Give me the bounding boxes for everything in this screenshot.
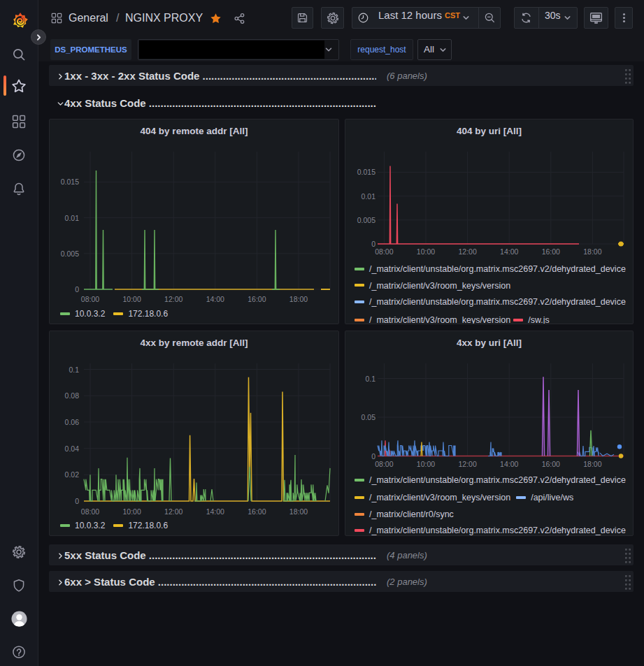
svg-text:16:00: 16:00 — [248, 295, 266, 303]
svg-text:0.05: 0.05 — [362, 413, 376, 421]
svg-text:0.01: 0.01 — [65, 214, 80, 222]
svg-text:0.1: 0.1 — [69, 365, 79, 374]
svg-text:16:00: 16:00 — [248, 507, 266, 516]
svg-text:10:00: 10:00 — [122, 295, 141, 303]
svg-text:0.06: 0.06 — [65, 418, 80, 426]
svg-text:0.015: 0.015 — [357, 168, 375, 176]
svg-text:08:00: 08:00 — [81, 507, 99, 516]
svg-text:0.04: 0.04 — [65, 444, 80, 453]
svg-text:14:00: 14:00 — [500, 247, 518, 256]
svg-text:0.005: 0.005 — [357, 216, 375, 224]
svg-text:18:00: 18:00 — [289, 295, 308, 303]
svg-text:16:00: 16:00 — [542, 247, 560, 256]
svg-text:08:00: 08:00 — [375, 460, 393, 468]
svg-text:16:00: 16:00 — [542, 460, 560, 468]
svg-text:08:00: 08:00 — [81, 295, 99, 303]
svg-text:18:00: 18:00 — [583, 247, 601, 256]
svg-text:18:00: 18:00 — [289, 507, 308, 516]
svg-text:0.08: 0.08 — [65, 391, 80, 400]
svg-text:12:00: 12:00 — [458, 247, 476, 256]
svg-text:0.01: 0.01 — [362, 192, 376, 201]
svg-text:14:00: 14:00 — [500, 460, 518, 468]
svg-text:10:00: 10:00 — [417, 460, 435, 468]
svg-text:0: 0 — [371, 452, 375, 461]
svg-text:14:00: 14:00 — [206, 507, 224, 516]
svg-text:12:00: 12:00 — [164, 507, 183, 516]
svg-text:14:00: 14:00 — [206, 295, 224, 303]
svg-text:10:00: 10:00 — [122, 507, 141, 516]
svg-text:0.1: 0.1 — [365, 375, 375, 383]
svg-text:0.02: 0.02 — [65, 470, 80, 479]
svg-text:0.005: 0.005 — [61, 249, 79, 258]
svg-text:10:00: 10:00 — [417, 247, 435, 256]
svg-text:12:00: 12:00 — [458, 460, 476, 468]
svg-text:0: 0 — [75, 285, 79, 294]
svg-text:0.015: 0.015 — [61, 178, 79, 186]
svg-text:0: 0 — [75, 497, 79, 505]
svg-text:12:00: 12:00 — [164, 295, 183, 303]
svg-text:08:00: 08:00 — [375, 247, 393, 256]
svg-text:18:00: 18:00 — [583, 460, 601, 468]
